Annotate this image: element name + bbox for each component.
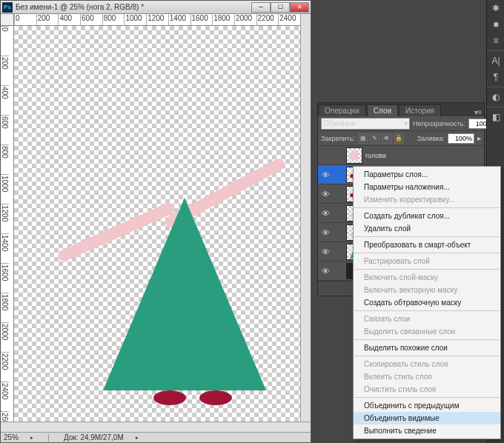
canvas[interactable] bbox=[14, 26, 300, 422]
menu-item[interactable]: Удалить слой bbox=[354, 222, 500, 235]
chevron-down-icon: ▾ bbox=[404, 119, 408, 127]
ruler-tick: 1400 bbox=[168, 14, 190, 25]
blend-mode-select[interactable]: Обычные▾ bbox=[321, 118, 410, 130]
app-icon: Ps bbox=[2, 2, 13, 13]
layer-thumbnail[interactable] bbox=[346, 147, 362, 164]
ruler-tick: 600 bbox=[1, 115, 9, 144]
opacity-label: Непрозрачность: bbox=[413, 120, 465, 127]
maximize-button[interactable]: ☐ bbox=[271, 2, 290, 13]
ruler-tick: 2200 bbox=[1, 352, 9, 382]
menu-item: Очистить стиль слоя bbox=[354, 383, 500, 396]
document-window: Ps Без имени-1 @ 25% (нога 2, RGB/8) * ─… bbox=[0, 0, 311, 443]
menu-item: Включить векторную маску bbox=[354, 284, 500, 296]
layer-name-label[interactable]: голова bbox=[365, 152, 386, 159]
lock-pixels-icon[interactable]: ✎ bbox=[370, 133, 380, 144]
chevron-down-icon[interactable]: ▸ bbox=[477, 134, 481, 142]
ruler-tick: 1000 bbox=[124, 14, 146, 25]
ruler-tick: 1600 bbox=[1, 263, 9, 293]
ruler-tick: 200 bbox=[36, 14, 59, 25]
ruler-tick: 600 bbox=[80, 14, 102, 25]
ruler-vertical[interactable]: 0200400600800100012001400160018002000220… bbox=[1, 26, 14, 422]
toolbar-button[interactable]: ≡ bbox=[487, 33, 504, 49]
ruler-tick: 0 bbox=[14, 14, 36, 25]
ruler-tick: 2000 bbox=[1, 322, 9, 352]
layer-context-menu: Параметры слоя...Параметры наложения...И… bbox=[353, 166, 501, 439]
ruler-tick: 800 bbox=[1, 144, 9, 174]
menu-item[interactable]: Объединить видимые bbox=[354, 412, 500, 424]
visibility-toggle-icon[interactable] bbox=[319, 150, 331, 161]
menu-separator bbox=[354, 310, 500, 311]
menu-separator bbox=[354, 339, 500, 340]
menu-item[interactable]: Параметры слоя... bbox=[354, 168, 500, 181]
visibility-toggle-icon[interactable]: 👁 bbox=[319, 246, 331, 258]
toolbar-button[interactable]: ✱ bbox=[487, 0, 504, 16]
visibility-toggle-icon[interactable]: 👁 bbox=[319, 207, 331, 219]
fill-input[interactable] bbox=[448, 133, 474, 144]
panel-tab-strip: Операции Слои История ▾≡ bbox=[318, 103, 484, 116]
panel-menu-icon[interactable]: ▾≡ bbox=[472, 108, 484, 116]
lock-label: Закрепить: bbox=[321, 135, 355, 142]
menu-item[interactable]: Создать обтравочную маску bbox=[354, 296, 500, 309]
layer-row[interactable]: голова bbox=[318, 146, 484, 165]
status-bar: 25% ▸ Док: 24,9M/27,0M ▸ bbox=[1, 432, 311, 442]
toolbar-separator bbox=[487, 87, 504, 87]
lock-transparency-icon[interactable]: ▦ bbox=[358, 133, 368, 144]
zoom-level[interactable]: 25% bbox=[4, 433, 19, 442]
status-menu-icon[interactable]: ▸ bbox=[136, 435, 139, 441]
tab-layers[interactable]: Слои bbox=[367, 104, 398, 116]
toolbar-button[interactable]: A| bbox=[487, 53, 504, 69]
menu-separator bbox=[354, 253, 500, 253]
close-button[interactable]: ✕ bbox=[290, 2, 309, 13]
visibility-toggle-icon[interactable]: 👁 bbox=[319, 227, 331, 239]
menu-item: Вклеить стиль слоя bbox=[354, 370, 500, 383]
minimize-button[interactable]: ─ bbox=[251, 2, 271, 13]
document-title: Без имени-1 @ 25% (нога 2, RGB/8) * bbox=[16, 3, 251, 11]
ruler-tick: 1200 bbox=[146, 14, 168, 25]
ruler-tick: 1400 bbox=[1, 233, 9, 263]
menu-item[interactable]: Создать дубликат слоя... bbox=[354, 210, 500, 222]
tab-history[interactable]: История bbox=[399, 104, 441, 116]
window-gap bbox=[311, 0, 317, 443]
tab-actions[interactable]: Операции bbox=[318, 104, 366, 116]
layer-foot-2 bbox=[199, 390, 232, 405]
menu-separator bbox=[354, 236, 500, 237]
ruler-tick: 200 bbox=[1, 56, 9, 85]
scrollbar-vertical[interactable] bbox=[300, 14, 311, 422]
toolbar-separator bbox=[487, 50, 504, 51]
menu-item[interactable]: Выполнить сведение bbox=[354, 424, 500, 437]
menu-item[interactable]: Преобразовать в смарт-объект bbox=[354, 239, 500, 251]
doc-size-label: Док: 24,9M/27,0M bbox=[64, 433, 124, 442]
toolbar-button[interactable]: ■ bbox=[487, 16, 504, 33]
menu-item[interactable]: Выделить похожие слои bbox=[354, 342, 500, 354]
zoom-menu-icon[interactable]: ▸ bbox=[30, 435, 33, 441]
fill-label: Заливка: bbox=[417, 135, 445, 142]
visibility-toggle-icon[interactable]: 👁 bbox=[319, 188, 331, 200]
lock-position-icon[interactable]: ✥ bbox=[382, 133, 392, 144]
toolbar-separator bbox=[487, 107, 504, 107]
menu-separator bbox=[354, 397, 500, 398]
menu-item[interactable]: Параметры наложения... bbox=[354, 181, 500, 193]
toolbar-button[interactable]: ◐ bbox=[487, 89, 504, 105]
layer-body-triangle bbox=[103, 198, 266, 390]
toolbar-button[interactable]: ¶ bbox=[487, 69, 504, 85]
visibility-toggle-icon[interactable]: 👁 bbox=[319, 265, 331, 277]
menu-separator bbox=[354, 207, 500, 208]
ruler-tick: 2000 bbox=[234, 14, 256, 25]
toolbar-button[interactable]: ◧ bbox=[487, 109, 504, 125]
lock-all-icon[interactable]: 🔒 bbox=[394, 133, 404, 144]
ruler-tick: 1200 bbox=[1, 204, 9, 233]
menu-separator bbox=[354, 356, 500, 356]
visibility-toggle-icon[interactable]: 👁 bbox=[319, 169, 331, 181]
menu-item[interactable]: Объединить с предыдущим bbox=[354, 399, 500, 412]
ruler-tick: 2200 bbox=[256, 14, 279, 25]
ruler-horizontal[interactable]: 0200400600800100012001400160018002000220… bbox=[14, 14, 300, 26]
ruler-origin[interactable] bbox=[1, 14, 14, 26]
menu-item: Изменить корректировку... bbox=[354, 193, 500, 206]
artwork bbox=[14, 26, 300, 422]
menu-item: Выделить связанные слои bbox=[354, 325, 500, 338]
scrollbar-horizontal[interactable] bbox=[1, 422, 311, 432]
menu-separator bbox=[354, 269, 500, 270]
blend-mode-value: Обычные bbox=[323, 119, 356, 127]
ruler-tick: 400 bbox=[1, 85, 9, 115]
titlebar[interactable]: Ps Без имени-1 @ 25% (нога 2, RGB/8) * ─… bbox=[1, 1, 311, 14]
